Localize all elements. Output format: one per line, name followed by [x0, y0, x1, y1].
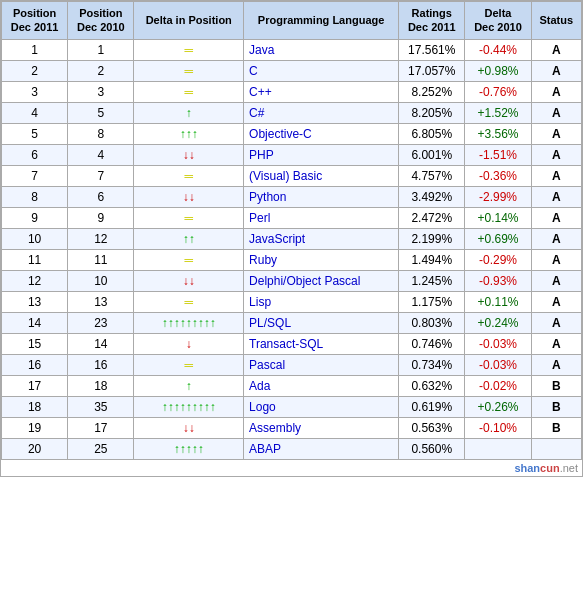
- table-row: 1616═Pascal0.734%-0.03%A: [2, 354, 582, 375]
- table-row: 99═Perl2.472%+0.14%A: [2, 207, 582, 228]
- cell-pos2010: 18: [68, 375, 134, 396]
- watermark-net: .net: [560, 462, 578, 474]
- cell-status: A: [531, 186, 581, 207]
- table-row: 1835↑↑↑↑↑↑↑↑↑Logo0.619%+0.26%B: [2, 396, 582, 417]
- cell-delta-val: +0.14%: [465, 207, 531, 228]
- cell-delta: ═: [134, 354, 244, 375]
- cell-status: A: [531, 333, 581, 354]
- cell-pos2010: 25: [68, 438, 134, 459]
- cell-rating: 0.632%: [399, 375, 465, 396]
- cell-delta-val: -2.99%: [465, 186, 531, 207]
- cell-language: Java: [244, 39, 399, 60]
- cell-rating: 2.472%: [399, 207, 465, 228]
- cell-rating: 17.561%: [399, 39, 465, 60]
- table-row: 58↑↑↑Objective-C6.805%+3.56%A: [2, 123, 582, 144]
- cell-delta-val: -0.03%: [465, 354, 531, 375]
- cell-language: Transact-SQL: [244, 333, 399, 354]
- cell-pos2011: 12: [2, 270, 68, 291]
- cell-pos2011: 10: [2, 228, 68, 249]
- watermark: shancun.net: [1, 460, 582, 476]
- table-row: 1313═Lisp1.175%+0.11%A: [2, 291, 582, 312]
- cell-pos2011: 1: [2, 39, 68, 60]
- cell-pos2010: 3: [68, 81, 134, 102]
- watermark-shan: shan: [514, 462, 540, 474]
- table-row: 86↓↓Python3.492%-2.99%A: [2, 186, 582, 207]
- table-row: 1514↓Transact-SQL0.746%-0.03%A: [2, 333, 582, 354]
- cell-language: Python: [244, 186, 399, 207]
- cell-delta-val: -1.51%: [465, 144, 531, 165]
- cell-language: Objective-C: [244, 123, 399, 144]
- cell-language: C: [244, 60, 399, 81]
- cell-status: A: [531, 207, 581, 228]
- table-row: 22═C17.057%+0.98%A: [2, 60, 582, 81]
- cell-delta-val: +0.26%: [465, 396, 531, 417]
- table-row: 64↓↓PHP6.001%-1.51%A: [2, 144, 582, 165]
- cell-pos2011: 3: [2, 81, 68, 102]
- cell-pos2011: 16: [2, 354, 68, 375]
- cell-status: A: [531, 228, 581, 249]
- table-row: 1210↓↓Delphi/Object Pascal1.245%-0.93%A: [2, 270, 582, 291]
- cell-delta: ↑↑↑: [134, 123, 244, 144]
- cell-delta-val: +0.98%: [465, 60, 531, 81]
- cell-language: Assembly: [244, 417, 399, 438]
- cell-pos2010: 6: [68, 186, 134, 207]
- table-row: 11═Java17.561%-0.44%A: [2, 39, 582, 60]
- cell-status: A: [531, 60, 581, 81]
- cell-pos2010: 2: [68, 60, 134, 81]
- cell-rating: 0.746%: [399, 333, 465, 354]
- cell-delta-val: -0.02%: [465, 375, 531, 396]
- header-ratings: RatingsDec 2011: [399, 2, 465, 40]
- cell-pos2010: 13: [68, 291, 134, 312]
- cell-delta: ↑: [134, 375, 244, 396]
- cell-rating: 8.205%: [399, 102, 465, 123]
- table-row: 1917↓↓Assembly0.563%-0.10%B: [2, 417, 582, 438]
- cell-delta: ↓↓: [134, 417, 244, 438]
- cell-delta: ═: [134, 249, 244, 270]
- cell-delta-val: [465, 438, 531, 459]
- table-row: 77═(Visual) Basic4.757%-0.36%A: [2, 165, 582, 186]
- cell-pos2011: 19: [2, 417, 68, 438]
- table-row: 45↑C#8.205%+1.52%A: [2, 102, 582, 123]
- cell-rating: 0.803%: [399, 312, 465, 333]
- cell-rating: 0.563%: [399, 417, 465, 438]
- cell-pos2010: 12: [68, 228, 134, 249]
- cell-pos2010: 14: [68, 333, 134, 354]
- cell-pos2011: 6: [2, 144, 68, 165]
- cell-pos2010: 8: [68, 123, 134, 144]
- cell-delta: ↓↓: [134, 186, 244, 207]
- cell-pos2010: 9: [68, 207, 134, 228]
- header-delta-pos: Delta in Position: [134, 2, 244, 40]
- cell-status: A: [531, 39, 581, 60]
- cell-rating: 0.734%: [399, 354, 465, 375]
- cell-delta-val: -0.76%: [465, 81, 531, 102]
- cell-delta: ═: [134, 207, 244, 228]
- cell-language: C#: [244, 102, 399, 123]
- cell-delta: ↓↓: [134, 270, 244, 291]
- cell-language: Perl: [244, 207, 399, 228]
- cell-language: Ruby: [244, 249, 399, 270]
- cell-pos2011: 9: [2, 207, 68, 228]
- cell-status: A: [531, 270, 581, 291]
- cell-delta: ↑↑: [134, 228, 244, 249]
- table-row: 1012↑↑JavaScript2.199%+0.69%A: [2, 228, 582, 249]
- cell-pos2011: 4: [2, 102, 68, 123]
- cell-rating: 8.252%: [399, 81, 465, 102]
- cell-delta: ↑↑↑↑↑↑↑↑↑: [134, 396, 244, 417]
- cell-pos2011: 14: [2, 312, 68, 333]
- cell-status: [531, 438, 581, 459]
- cell-rating: 1.175%: [399, 291, 465, 312]
- cell-delta: ↓: [134, 333, 244, 354]
- cell-rating: 1.494%: [399, 249, 465, 270]
- cell-delta: ═: [134, 291, 244, 312]
- cell-rating: 1.245%: [399, 270, 465, 291]
- cell-delta-val: +0.69%: [465, 228, 531, 249]
- cell-status: A: [531, 102, 581, 123]
- cell-status: A: [531, 81, 581, 102]
- header-lang: Programming Language: [244, 2, 399, 40]
- cell-rating: 6.805%: [399, 123, 465, 144]
- cell-status: A: [531, 123, 581, 144]
- cell-rating: 2.199%: [399, 228, 465, 249]
- cell-pos2011: 13: [2, 291, 68, 312]
- cell-delta-val: -0.93%: [465, 270, 531, 291]
- rankings-table: PositionDec 2011 PositionDec 2010 Delta …: [1, 1, 582, 460]
